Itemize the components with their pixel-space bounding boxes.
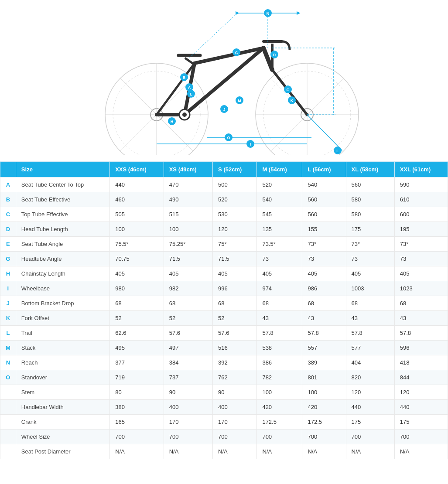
row-key — [0, 400, 16, 415]
svg-text:H: H — [170, 119, 173, 124]
row-value: 982 — [164, 281, 212, 296]
row-value: 120 — [213, 222, 257, 237]
row-value: 386 — [257, 355, 302, 370]
bike-diagram: A B C D E G H I J K L M N — [0, 0, 448, 161]
row-value: 57.8 — [346, 326, 394, 341]
row-value: 782 — [257, 370, 302, 385]
row-value: 700 — [302, 429, 346, 444]
row-label: Chainstay Length — [16, 266, 109, 281]
row-value: 418 — [394, 355, 448, 370]
table-row: CTop Tube Effective505515530545560580600 — [0, 207, 448, 222]
geometry-table: Size XXS (46cm) XS (49cm) S (52cm) M (54… — [0, 161, 448, 459]
row-value: 500 — [213, 177, 257, 192]
row-value: 73 — [346, 252, 394, 266]
row-value: 520 — [257, 177, 302, 192]
row-value: 600 — [394, 207, 448, 222]
row-value: 545 — [257, 207, 302, 222]
table-row: LTrail62.657.657.657.857.857.857.8 — [0, 326, 448, 341]
svg-text:J: J — [223, 107, 225, 112]
svg-text:O: O — [227, 136, 230, 140]
row-value: 57.8 — [302, 326, 346, 341]
row-label: Reach — [16, 355, 109, 370]
row-value: N/A — [257, 444, 302, 459]
row-value: 155 — [302, 222, 346, 237]
row-value: 577 — [346, 341, 394, 355]
table-row: Crank165170170172.5172.5175175 — [0, 415, 448, 429]
svg-text:I: I — [250, 142, 251, 147]
row-label: Fork Offset — [16, 311, 109, 326]
row-value: 68 — [394, 296, 448, 311]
col-header-key — [0, 162, 16, 177]
row-value: N/A — [213, 444, 257, 459]
row-value: 596 — [394, 341, 448, 355]
table-row: IWheelbase98098299697498610031023 — [0, 281, 448, 296]
table-row: BSeat Tube Effective46049052054056058061… — [0, 192, 448, 207]
row-value: 490 — [164, 192, 212, 207]
row-key: B — [0, 192, 16, 207]
row-value: 520 — [213, 192, 257, 207]
row-value: 172.5 — [257, 415, 302, 429]
row-label: Trail — [16, 326, 109, 341]
row-value: 700 — [346, 429, 394, 444]
row-value: 610 — [394, 192, 448, 207]
row-label: Seat Tube Center To Top — [16, 177, 109, 192]
table-row: JBottom Bracket Drop68686868686868 — [0, 296, 448, 311]
row-value: 460 — [110, 192, 164, 207]
row-value: 52 — [164, 311, 212, 326]
row-value: 540 — [257, 192, 302, 207]
row-value: 470 — [164, 177, 212, 192]
row-value: 73 — [302, 252, 346, 266]
row-value: 380 — [110, 400, 164, 415]
table-row: Wheel Size700700700700700700700 — [0, 429, 448, 444]
row-value: 980 — [110, 281, 164, 296]
row-value: N/A — [164, 444, 212, 459]
col-header-xxs: XXS (46cm) — [110, 162, 164, 177]
row-value: 90 — [164, 385, 212, 400]
row-value: 700 — [110, 429, 164, 444]
row-value: 75.25° — [164, 237, 212, 252]
svg-text:C: C — [235, 51, 238, 55]
row-label: Headtube Angle — [16, 252, 109, 266]
svg-line-27 — [185, 58, 194, 64]
svg-text:G: G — [286, 88, 289, 92]
row-value: 700 — [394, 429, 448, 444]
svg-text:L: L — [336, 149, 339, 153]
col-header-xs: XS (49cm) — [164, 162, 212, 177]
row-value: 73 — [257, 252, 302, 266]
row-value: 405 — [346, 266, 394, 281]
row-value: 175 — [394, 415, 448, 429]
table-header-row: Size XXS (46cm) XS (49cm) S (52cm) M (54… — [0, 162, 448, 177]
row-value: 73° — [302, 237, 346, 252]
row-value: 68 — [164, 296, 212, 311]
row-value: 1003 — [346, 281, 394, 296]
row-value: 580 — [346, 192, 394, 207]
svg-text:N: N — [266, 11, 269, 16]
row-value: 420 — [257, 400, 302, 415]
row-label: Wheel Size — [16, 429, 109, 444]
row-value: 170 — [213, 415, 257, 429]
row-value: 405 — [110, 266, 164, 281]
row-value: 405 — [302, 266, 346, 281]
row-value: 557 — [302, 341, 346, 355]
svg-line-31 — [189, 13, 237, 58]
col-header-s: S (52cm) — [213, 162, 257, 177]
row-value: 377 — [110, 355, 164, 370]
row-value: 505 — [110, 207, 164, 222]
svg-line-37 — [307, 115, 342, 150]
row-value: 440 — [346, 400, 394, 415]
row-label: Bottom Bracket Drop — [16, 296, 109, 311]
row-label: Wheelbase — [16, 281, 109, 296]
row-value: 70.75 — [110, 252, 164, 266]
row-label: Top Tube Effective — [16, 207, 109, 222]
row-value: 170 — [164, 415, 212, 429]
row-value: 100 — [257, 385, 302, 400]
row-value: 700 — [257, 429, 302, 444]
row-value: 68 — [302, 296, 346, 311]
row-key — [0, 385, 16, 400]
row-value: 57.8 — [257, 326, 302, 341]
row-value: 844 — [394, 370, 448, 385]
row-key: A — [0, 177, 16, 192]
svg-text:E: E — [189, 92, 192, 96]
row-value: 801 — [302, 370, 346, 385]
row-value: 135 — [257, 222, 302, 237]
